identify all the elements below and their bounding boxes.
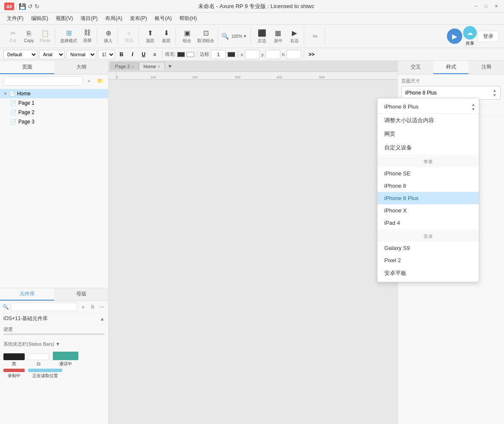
app-logo: ax | 💾 ↺ ↻	[4, 3, 40, 10]
tab-masters[interactable]: 母版	[54, 288, 108, 301]
menu-edit[interactable]: 编辑(E)	[28, 14, 52, 23]
align-left-button[interactable]: ⬛ 左边	[254, 28, 270, 45]
x-input[interactable]	[245, 50, 260, 59]
canvas-area: Page 2 × Home × ▼ 0 100 200 300 400 500	[109, 61, 397, 424]
font-family-select[interactable]: Arial	[39, 50, 65, 59]
status-bar-black[interactable]: 黑	[3, 353, 25, 367]
dropdown-item-iphone-x[interactable]: iPhone X	[377, 204, 479, 217]
dropdown-item-android-tablet[interactable]: 安卓平板	[377, 266, 479, 280]
insert-button[interactable]: ⊕ 插入	[101, 28, 116, 45]
font-size-select[interactable]: 13	[98, 50, 115, 59]
comp-more-button[interactable]: ⋯	[98, 303, 106, 311]
dropdown-item-pixel-2[interactable]: Pixel 2	[377, 254, 479, 266]
menu-help[interactable]: 帮助(H)	[176, 14, 200, 23]
canvas-tab-home-close[interactable]: ×	[158, 64, 160, 69]
bold-button[interactable]: B	[117, 50, 126, 59]
copy-button[interactable]: ⎘ Copy	[21, 29, 37, 44]
more-format-button[interactable]: >>	[307, 50, 316, 59]
status-bar-location[interactable]: 正在读取位置	[28, 369, 62, 379]
italic-button[interactable]: I	[128, 50, 137, 59]
redo-icon[interactable]: ↻	[35, 3, 40, 10]
list-button[interactable]: ≡	[150, 50, 159, 59]
maximize-button[interactable]: □	[483, 3, 490, 10]
page2-name: Page 2	[18, 109, 35, 115]
page-item-page1[interactable]: 📄 Page 1	[0, 98, 108, 108]
select-mode-button[interactable]: ⊞ 选择模式	[58, 28, 79, 45]
status-bar-white[interactable]: 白	[28, 353, 49, 367]
add-page-button[interactable]: ＋	[84, 76, 94, 86]
login-button[interactable]: 登录	[478, 31, 499, 42]
points-button[interactable]: ⬦ 控点	[121, 28, 137, 44]
border-width-input[interactable]	[211, 50, 226, 59]
status-bar-active[interactable]: 通话中	[53, 352, 78, 367]
paste-button[interactable]: 📋 Paste	[37, 29, 53, 44]
page-item-page3[interactable]: 📄 Page 3	[0, 117, 108, 126]
back-layer-button[interactable]: ⬇ 底层	[158, 28, 174, 45]
menu-account[interactable]: 账号(A)	[151, 14, 175, 23]
font-style-select[interactable]: Normal	[66, 50, 96, 59]
status-bar-active-label: 通话中	[59, 361, 72, 367]
dropdown-item-galaxy-s9[interactable]: Galaxy S9	[377, 242, 479, 254]
group-group: ▣ 组合 ⊡ 取消组合	[178, 28, 218, 45]
dropdown-item-custom[interactable]: 自定义设备	[377, 141, 479, 155]
fill-color-box[interactable]	[177, 52, 185, 57]
status-bar-red[interactable]: 录制中	[3, 369, 25, 379]
canvas-tab-home[interactable]: Home ×	[139, 62, 165, 70]
menu-publish[interactable]: 发布(P)	[127, 14, 150, 23]
tab-outline[interactable]: 大纲	[54, 61, 108, 74]
zoom-select[interactable]: 100% ▼	[230, 33, 249, 40]
dropdown-item-iphone-se[interactable]: iPhone SE	[377, 167, 479, 180]
menu-project[interactable]: 项目(P)	[77, 14, 101, 23]
ungroup-button[interactable]: ⊡ 取消组合	[196, 28, 216, 45]
fill-color-box-2[interactable]	[187, 52, 194, 57]
dropdown-item-ipad-4[interactable]: iPad 4	[377, 217, 479, 229]
y-input[interactable]	[265, 50, 280, 59]
undo-icon[interactable]: ↺	[28, 3, 33, 10]
tab-notes[interactable]: 注释	[469, 61, 504, 74]
page3-name: Page 3	[18, 119, 35, 125]
save-icon[interactable]: 💾	[19, 3, 26, 10]
more-toolbar-button[interactable]: >>	[308, 33, 323, 40]
align-right-button[interactable]: ▶ 右边	[287, 28, 302, 45]
tab-pages[interactable]: 页面	[0, 61, 54, 74]
h-input[interactable]	[286, 50, 301, 59]
comp-search-bar: 🔍 ＋ ⎘ ⋯	[0, 301, 108, 313]
dropdown-item-webpage[interactable]: 网页	[377, 127, 479, 141]
menu-file[interactable]: 文件(F)	[3, 14, 27, 23]
minimize-button[interactable]: ─	[472, 3, 479, 10]
preview-button[interactable]: ▶	[447, 29, 462, 44]
canvas-tab-page2-close[interactable]: ×	[132, 64, 134, 69]
comp-add-button[interactable]: ＋	[79, 303, 87, 311]
dropdown-item-iphone-8-plus[interactable]: iPhone 8 Plus	[377, 192, 479, 204]
cut-button[interactable]: ✂ Cut	[5, 29, 20, 44]
menu-layout[interactable]: 布局(A)	[102, 14, 126, 23]
dropdown-item-iphone-8[interactable]: iPhone 8	[377, 180, 479, 192]
connect-button[interactable]: ⛓ 连接	[80, 28, 95, 44]
dropdown-item-fit-content[interactable]: 调整大小以适合内容	[377, 114, 479, 127]
h-ruler-0: 0	[116, 75, 118, 79]
close-button[interactable]: ✕	[493, 3, 500, 10]
underline-button[interactable]: U	[139, 50, 148, 59]
status-bar-black-label: 黑	[12, 361, 16, 367]
pages-search-input[interactable]	[3, 76, 83, 86]
page-folder-button[interactable]: 📁	[95, 76, 105, 86]
top-layer-button[interactable]: ⬆ 顶层	[142, 28, 158, 45]
paste-icon: 📋	[41, 29, 49, 37]
status-bar-items: 黑 白 通话中	[0, 350, 108, 369]
align-center-button[interactable]: ▦ 居中	[271, 28, 286, 45]
comp-copy-button[interactable]: ⎘	[89, 303, 96, 311]
page-item-page2[interactable]: 📄 Page 2	[0, 108, 108, 117]
style-select[interactable]: Default	[3, 50, 37, 59]
border-color-box[interactable]	[228, 52, 235, 57]
share-button[interactable]: ☁ 共享	[463, 26, 477, 46]
tab-components[interactable]: 元件库	[0, 288, 54, 301]
tab-more-button[interactable]: ▼	[165, 62, 175, 71]
canvas-tab-page2[interactable]: Page 2 ×	[110, 62, 139, 70]
tab-style[interactable]: 样式	[433, 61, 469, 74]
comp-library-select[interactable]: iOS+11-基础元件库 ▲	[0, 313, 108, 324]
tab-interactions[interactable]: 交互	[398, 61, 433, 74]
page-item-home[interactable]: ▼ 📄 Home	[0, 89, 108, 98]
comp-search-input[interactable]	[11, 303, 78, 311]
group-button[interactable]: ▣ 组合	[179, 28, 195, 45]
menu-view[interactable]: 视图(V)	[52, 14, 76, 23]
